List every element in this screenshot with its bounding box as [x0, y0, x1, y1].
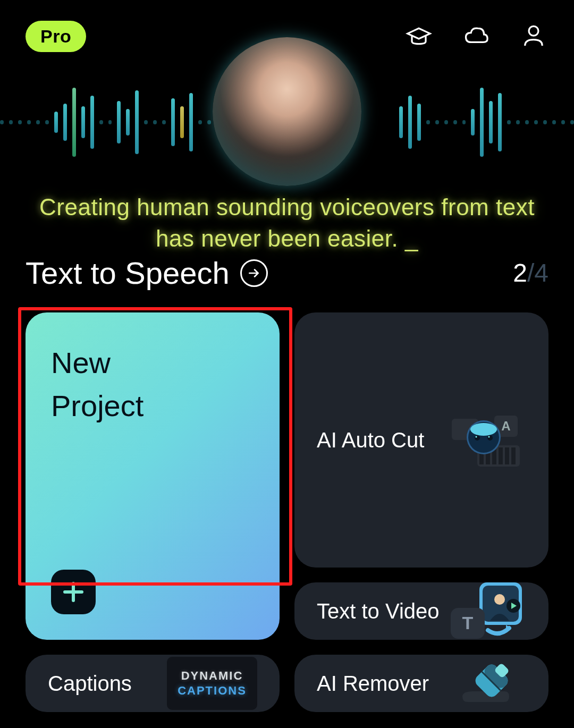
captions-icon: DYNAMIC CAPTIONS [167, 657, 257, 710]
tutorials-button[interactable] [404, 21, 434, 51]
ai-remover-label: AI Remover [317, 672, 429, 696]
person-icon [520, 22, 547, 50]
header-bar: Pro [0, 15, 574, 57]
svg-text:T: T [462, 613, 474, 633]
page-current: 2 [513, 259, 527, 287]
svg-point-20 [494, 594, 505, 605]
home-screen: Pro [0, 0, 574, 728]
svg-point-16 [476, 436, 477, 438]
ai-remover-card[interactable]: AI Remover [294, 655, 548, 712]
svg-point-17 [488, 436, 490, 438]
svg-point-0 [529, 26, 538, 36]
feature-cards-grid: New Project AI Auto Cut A [26, 312, 548, 712]
cloud-icon [462, 22, 490, 50]
section-title-group[interactable]: Text to Speech [26, 255, 268, 291]
page-total: 4 [534, 259, 548, 287]
page-separator: / [527, 259, 534, 287]
add-icon-button[interactable] [51, 570, 96, 614]
header-icons-group [404, 21, 548, 51]
ai-auto-cut-label: AI Auto Cut [317, 428, 424, 452]
text-to-video-card[interactable]: Text to Video T [294, 582, 548, 640]
cloud-button[interactable] [461, 21, 491, 51]
svg-point-14 [475, 435, 480, 441]
svg-point-15 [487, 435, 493, 441]
ai-remover-icon [446, 655, 526, 712]
banner-pagination: 2/4 [513, 258, 548, 287]
section-title: Text to Speech [26, 255, 230, 291]
new-project-label: New Project [51, 341, 144, 427]
profile-button[interactable] [519, 21, 548, 51]
pro-badge[interactable]: Pro [26, 21, 86, 52]
captions-thumb-line1: DYNAMIC [181, 669, 243, 683]
captions-thumb-line2: CAPTIONS [178, 684, 247, 698]
avatar-image [213, 37, 361, 186]
ai-auto-cut-icon: A [446, 408, 526, 472]
captions-card[interactable]: Captions DYNAMIC CAPTIONS [26, 655, 280, 712]
new-project-card[interactable]: New Project [26, 312, 280, 640]
svg-rect-9 [505, 447, 509, 464]
arrow-circle-icon [240, 259, 268, 287]
plus-icon [62, 580, 85, 604]
graduation-cap-icon [405, 22, 433, 50]
hero-tagline: Creating human sounding voiceovers from … [0, 191, 574, 255]
svg-text:A: A [501, 419, 510, 433]
text-to-video-icon: T [446, 582, 526, 640]
text-to-video-label: Text to Video [317, 599, 440, 623]
ai-auto-cut-card[interactable]: AI Auto Cut A [294, 312, 548, 568]
captions-label: Captions [48, 672, 132, 696]
svg-point-13 [470, 423, 497, 436]
svg-rect-10 [511, 447, 516, 464]
section-header: Text to Speech 2/4 [26, 255, 548, 291]
svg-rect-8 [499, 447, 503, 464]
